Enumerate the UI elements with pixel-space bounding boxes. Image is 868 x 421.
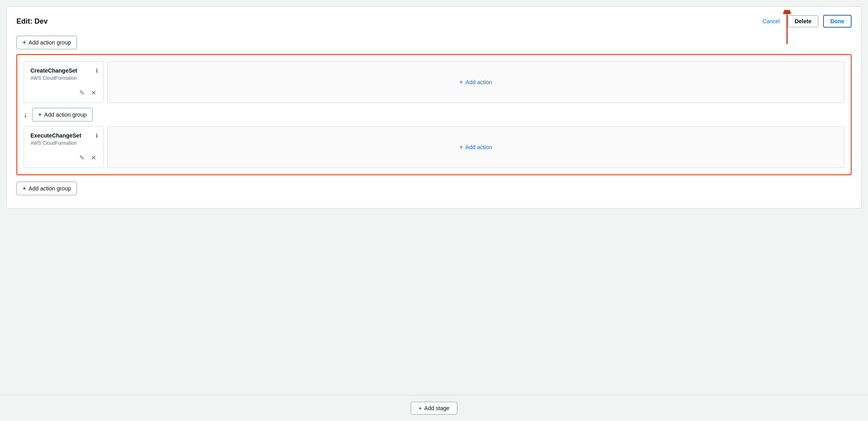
- edit-header: Edit: Dev Cancel Delete Done: [16, 15, 852, 28]
- add-stage-label: Add stage: [424, 405, 450, 411]
- plus-icon-action-1: +: [459, 79, 463, 86]
- action-provider-create: AWS CloudFormation: [30, 75, 97, 81]
- down-arrow-icon: ↓: [24, 111, 27, 119]
- add-action-button-2[interactable]: + Add action: [459, 144, 492, 151]
- add-stage-bar: + Add stage: [0, 395, 868, 421]
- edit-icon-create: ✎: [79, 89, 85, 96]
- action-groups-container: CreateChangeSet AWS CloudFormation ℹ ✎ ✕: [16, 54, 852, 175]
- plus-icon-stage: +: [418, 405, 422, 411]
- add-action-label-2: Add action: [466, 144, 492, 150]
- add-action-group-top-label: Add action group: [28, 39, 71, 46]
- plus-icon-middle: +: [38, 111, 42, 118]
- group-divider: ↓ + Add action group: [24, 108, 844, 121]
- plus-icon-bottom: +: [22, 185, 26, 192]
- action-card-footer-execute: ✎ ✕: [30, 154, 97, 162]
- add-action-group-bottom-label: Add action group: [28, 185, 71, 192]
- add-action-button-1[interactable]: + Add action: [459, 79, 492, 86]
- plus-icon-action-2: +: [459, 144, 463, 151]
- edit-action-create-button[interactable]: ✎: [79, 89, 85, 97]
- add-action-group-bottom-button[interactable]: + Add action group: [16, 182, 77, 195]
- action-name-execute: ExecuteChangeSet: [30, 132, 97, 139]
- add-action-card-1[interactable]: + Add action: [107, 61, 844, 103]
- add-action-card-2[interactable]: + Add action: [107, 126, 844, 168]
- edit-action-execute-button[interactable]: ✎: [79, 154, 85, 162]
- add-action-group-middle-label: Add action group: [44, 111, 87, 118]
- action-card-footer-create: ✎ ✕: [30, 89, 97, 97]
- info-icon-execute[interactable]: ℹ: [96, 132, 98, 139]
- action-card-create-changeset: CreateChangeSet AWS CloudFormation ℹ ✎ ✕: [24, 61, 104, 103]
- add-action-group-middle-button[interactable]: + Add action group: [32, 108, 93, 121]
- add-action-group-top-button[interactable]: + Add action group: [16, 36, 77, 49]
- add-stage-button[interactable]: + Add stage: [411, 402, 457, 415]
- action-group-row-2: ExecuteChangeSet AWS CloudFormation ℹ ✎ …: [24, 126, 844, 168]
- delete-action-create-button[interactable]: ✕: [90, 89, 97, 97]
- close-icon-create: ✕: [91, 89, 96, 96]
- edit-panel: Edit: Dev Cancel Delete Done: [6, 6, 862, 208]
- info-icon-create[interactable]: ℹ: [96, 67, 98, 74]
- action-provider-execute: AWS CloudFormation: [30, 140, 97, 146]
- action-name-create: CreateChangeSet: [30, 67, 97, 74]
- cancel-button[interactable]: Cancel: [759, 16, 783, 27]
- action-group-row-1: CreateChangeSet AWS CloudFormation ℹ ✎ ✕: [24, 61, 844, 103]
- edit-icon-execute: ✎: [79, 154, 85, 161]
- close-icon-execute: ✕: [91, 154, 96, 161]
- edit-title: Edit: Dev: [16, 17, 48, 26]
- header-actions: Cancel Delete Done: [759, 15, 852, 28]
- add-action-label-1: Add action: [466, 79, 492, 85]
- plus-icon-top: +: [22, 39, 26, 46]
- delete-button[interactable]: Delete: [788, 15, 818, 27]
- main-container: Edit: Dev Cancel Delete Done: [0, 0, 868, 421]
- delete-action-execute-button[interactable]: ✕: [90, 154, 97, 162]
- action-card-execute-changeset: ExecuteChangeSet AWS CloudFormation ℹ ✎ …: [24, 126, 104, 168]
- done-button[interactable]: Done: [823, 15, 852, 28]
